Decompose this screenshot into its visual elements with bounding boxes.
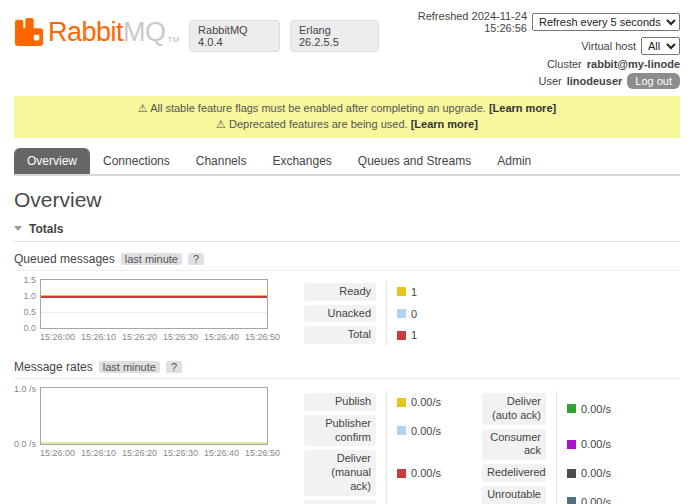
legend-label: Deliver (manual ack) bbox=[304, 450, 376, 495]
tab-admin[interactable]: Admin bbox=[484, 148, 544, 174]
erlang-version-badge: Erlang 26.2.5.5 bbox=[290, 20, 379, 52]
header: RabbitMQ TM RabbitMQ 4.0.4 Erlang 26.2.5… bbox=[14, 6, 680, 92]
zero-rate-series-line bbox=[41, 442, 267, 444]
legend-label: Publisher confirm bbox=[304, 415, 376, 447]
y-tick: 1.0 /s bbox=[14, 384, 36, 394]
queued-plot-area bbox=[40, 279, 268, 329]
user-name: linodeuser bbox=[567, 75, 623, 87]
legend-label: Deliver (auto ack) bbox=[482, 393, 546, 425]
legend-swatch bbox=[567, 404, 576, 413]
legend-swatch bbox=[397, 287, 406, 296]
warning-banner: ⚠ All stable feature flags must be enabl… bbox=[14, 96, 680, 138]
legend-row-get-manual-ack: Get (manual ack) 0.00/s bbox=[304, 498, 444, 504]
queued-messages-chart-block: 1.5 1.0 0.5 0.0 15:26:00 15:26:10 15:26:… bbox=[14, 279, 680, 346]
legend-swatch bbox=[397, 469, 406, 478]
legend-label: Redelivered bbox=[482, 464, 546, 482]
tab-queues-and-streams[interactable]: Queues and Streams bbox=[345, 148, 484, 174]
legend-value: 1 bbox=[411, 329, 417, 341]
refreshed-timestamp: Refreshed 2024-11-24 15:26:56 bbox=[379, 10, 527, 34]
queued-messages-label: Queued messages bbox=[14, 252, 115, 266]
x-tick: 15:26:30 bbox=[163, 332, 198, 342]
legend-label: Unacked bbox=[304, 305, 376, 323]
x-tick: 15:26:10 bbox=[81, 332, 116, 342]
tab-exchanges[interactable]: Exchanges bbox=[259, 148, 344, 174]
legend-value: 0.00/s bbox=[581, 467, 611, 479]
legend-swatch bbox=[397, 309, 406, 318]
queued-period-badge[interactable]: last minute bbox=[121, 253, 182, 265]
legend-label: Consumer ack bbox=[482, 429, 546, 461]
legend-label: Ready bbox=[304, 283, 376, 301]
legend-swatch bbox=[567, 497, 576, 504]
legend-value: 0.00/s bbox=[581, 438, 611, 450]
x-tick: 15:26:50 bbox=[245, 448, 280, 458]
legend-label: Publish bbox=[304, 393, 376, 411]
legend-row-consumer-ack: Consumer ack 0.00/s bbox=[482, 427, 614, 463]
rates-period-badge[interactable]: last minute bbox=[99, 361, 160, 373]
queued-messages-chart: 1.5 1.0 0.5 0.0 15:26:00 15:26:10 15:26:… bbox=[14, 279, 280, 342]
message-rates-legend: Publish 0.00/s Publisher confirm 0.00/s … bbox=[304, 389, 614, 504]
legend-swatch bbox=[397, 426, 406, 435]
legend-row-deliver-manual-ack: Deliver (manual ack) 0.00/s bbox=[304, 448, 444, 497]
tab-connections[interactable]: Connections bbox=[90, 148, 183, 174]
legend-swatch bbox=[397, 398, 406, 407]
queued-messages-header: Queued messages last minute ? bbox=[14, 252, 680, 271]
page-title: Overview bbox=[14, 188, 680, 212]
legend-value: 0 bbox=[411, 308, 417, 320]
nav-tabs: Overview Connections Channels Exchanges … bbox=[14, 148, 680, 176]
x-tick: 15:26:50 bbox=[245, 332, 280, 342]
legend-swatch bbox=[567, 440, 576, 449]
rates-help-icon[interactable]: ? bbox=[166, 361, 182, 373]
totals-section-label: Totals bbox=[29, 222, 63, 236]
message-rates-chart-block: 1.0 /s 0.0 /s 15:26:00 15:26:10 15:26:20… bbox=[14, 387, 680, 504]
x-tick: 15:26:40 bbox=[204, 448, 239, 458]
legend-value: 0.00/s bbox=[411, 467, 441, 479]
refresh-interval-select[interactable]: Refresh every 5 seconds bbox=[532, 13, 680, 31]
totals-section-toggle[interactable]: Totals bbox=[14, 222, 680, 242]
legend-row-ready: Ready 1 bbox=[304, 281, 444, 303]
y-tick: 0.0 /s bbox=[14, 439, 36, 449]
legend-row-unacked: Unacked 0 bbox=[304, 303, 444, 325]
x-tick: 15:26:40 bbox=[204, 332, 239, 342]
legend-value: 0.00/s bbox=[411, 396, 441, 408]
user-label: User bbox=[538, 75, 561, 87]
legend-row-total: Total 1 bbox=[304, 324, 444, 346]
x-tick: 15:26:20 bbox=[122, 332, 157, 342]
page: RabbitMQ TM RabbitMQ 4.0.4 Erlang 26.2.5… bbox=[0, 0, 694, 504]
y-tick: 0.5 bbox=[23, 307, 36, 317]
legend-swatch bbox=[567, 469, 576, 478]
x-tick: 15:26:00 bbox=[40, 448, 75, 458]
rates-legend-left: Publish 0.00/s Publisher confirm 0.00/s … bbox=[304, 391, 444, 504]
x-tick: 15:26:10 bbox=[81, 448, 116, 458]
trademark-symbol: TM bbox=[168, 35, 180, 44]
message-rates-header: Message rates last minute ? bbox=[14, 360, 680, 379]
legend-value: 0.00/s bbox=[581, 496, 611, 504]
x-tick: 15:26:00 bbox=[40, 332, 75, 342]
y-tick: 1.0 bbox=[23, 291, 36, 301]
legend-value: 0.00/s bbox=[581, 403, 611, 415]
y-tick: 1.5 bbox=[23, 275, 36, 285]
legend-row-redelivered: Redelivered 0.00/s bbox=[482, 462, 614, 484]
legend-row-publisher-confirm: Publisher confirm 0.00/s bbox=[304, 413, 444, 449]
logout-button[interactable]: Log out bbox=[627, 73, 680, 89]
legend-row-publish: Publish 0.00/s bbox=[304, 391, 444, 413]
deprecated-features-warning: ⚠ Deprecated features are being used. [L… bbox=[20, 117, 674, 133]
message-rates-chart: 1.0 /s 0.0 /s 15:26:00 15:26:10 15:26:20… bbox=[14, 387, 280, 458]
logo-wordmark: RabbitMQ bbox=[48, 17, 166, 47]
rabbitmq-version-badge: RabbitMQ 4.0.4 bbox=[189, 20, 280, 52]
queued-messages-legend: Ready 1 Unacked 0 Total 1 bbox=[304, 281, 444, 346]
rabbitmq-logo[interactable]: RabbitMQ TM bbox=[14, 17, 179, 50]
queued-help-icon[interactable]: ? bbox=[188, 253, 204, 265]
deprecated-learn-more-link[interactable]: [Learn more] bbox=[411, 118, 478, 130]
x-tick: 15:26:20 bbox=[122, 448, 157, 458]
rabbitmq-logo-icon bbox=[14, 17, 44, 50]
tab-channels[interactable]: Channels bbox=[183, 148, 260, 174]
tab-overview[interactable]: Overview bbox=[14, 148, 90, 174]
legend-row-deliver-auto-ack: Deliver (auto ack) 0.00/s bbox=[482, 391, 614, 427]
header-left: RabbitMQ TM RabbitMQ 4.0.4 Erlang 26.2.5… bbox=[14, 6, 379, 52]
virtual-host-select[interactable]: All bbox=[641, 37, 680, 55]
feature-flags-learn-more-link[interactable]: [Learn more] bbox=[489, 102, 556, 114]
message-rates-label: Message rates bbox=[14, 360, 93, 374]
legend-value: 1 bbox=[411, 286, 417, 298]
y-tick: 0.0 bbox=[23, 323, 36, 333]
virtual-host-label: Virtual host bbox=[581, 40, 636, 52]
